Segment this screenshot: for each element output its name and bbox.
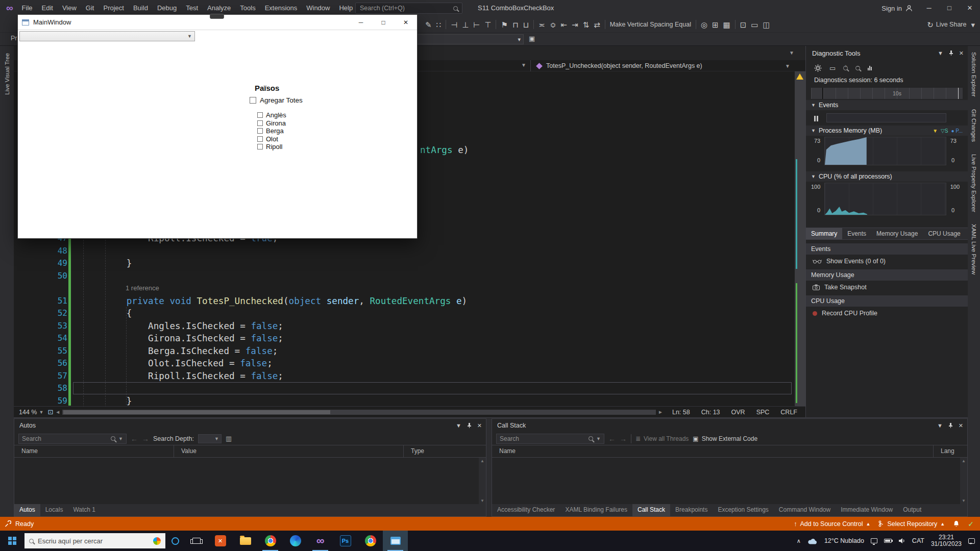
diag-tab-summary[interactable]: Summary xyxy=(806,228,842,239)
wpf-app-taskbar-button[interactable] xyxy=(383,531,408,551)
line-number[interactable]: 58 xyxy=(14,382,67,395)
autos-search-input[interactable]: Search ▼ xyxy=(18,434,127,444)
maximize-button[interactable]: □ xyxy=(372,15,395,30)
align-lefts-icon[interactable]: ⊣ xyxy=(451,21,457,29)
bottom-tab-accessibility-checker[interactable]: Accessibility Checker xyxy=(492,504,560,516)
clock[interactable]: 23:21 31/10/2023 xyxy=(931,534,962,548)
line-number[interactable]: 50 xyxy=(14,270,67,283)
codelens-references[interactable]: 1 reference xyxy=(126,282,159,294)
code-line-49[interactable]: 49 } xyxy=(14,257,795,270)
cpu-section-header[interactable]: ▼ CPU (% of all processors) xyxy=(806,171,968,182)
scroll-up-icon[interactable]: ▲ xyxy=(962,459,966,463)
timeline-icon[interactable]: ▭ xyxy=(829,64,836,72)
chevron-down-icon[interactable]: ▼ xyxy=(938,50,943,56)
distribute-right-icon[interactable]: ⇥ xyxy=(572,21,578,29)
diag-tab-memory-usage[interactable]: Memory Usage xyxy=(871,228,923,239)
input-language-label[interactable]: CAT xyxy=(912,537,924,544)
autos-tab-locals[interactable]: Locals xyxy=(40,504,68,516)
diag-tab-events[interactable]: Events xyxy=(842,228,871,239)
line-number[interactable]: 54 xyxy=(14,332,67,345)
bottom-tab-output[interactable]: Output xyxy=(898,504,926,516)
checkbox-ripoll[interactable] xyxy=(257,144,263,149)
cortana-icon[interactable] xyxy=(172,537,179,545)
record-cpu-profile-link[interactable]: Record CPU Profile xyxy=(806,307,968,320)
show-external-code-button[interactable]: ▣Show External Code xyxy=(693,435,757,442)
cpu-usage-chart[interactable] xyxy=(824,183,946,215)
select-repository-button[interactable]: Select Repository▲ xyxy=(878,520,945,528)
align-vertical-icon[interactable]: ≎ xyxy=(550,21,556,29)
checkbox-girona[interactable] xyxy=(257,120,263,126)
align-centers-icon[interactable]: ⊥ xyxy=(462,21,469,29)
task-view-icon[interactable] xyxy=(192,538,201,544)
zoom-in-icon[interactable] xyxy=(843,66,848,70)
taskbar-search-box[interactable]: Escriu aquí per cercar xyxy=(24,533,165,548)
scroll-left-icon[interactable]: ◄ xyxy=(55,409,60,415)
bottom-tab-exception-settings[interactable]: Exception Settings xyxy=(713,504,773,516)
scrollbar-thumb[interactable] xyxy=(63,410,330,414)
checkbox-row-girona[interactable]: Girona xyxy=(257,119,286,128)
bottom-tab-xaml-binding-failures[interactable]: XAML Binding Failures xyxy=(560,504,632,516)
checkbox-row-berga[interactable]: Berga xyxy=(257,127,286,135)
side-tab-live-visual-tree[interactable]: Live Visual Tree xyxy=(4,53,10,95)
line-indicator[interactable]: Ln: 58 xyxy=(672,409,690,416)
settings-gear-icon[interactable] xyxy=(814,64,822,72)
eol-indicator[interactable]: CRLF xyxy=(780,409,797,416)
photoshop-taskbar-button[interactable]: Ps xyxy=(333,531,358,551)
scroll-up-icon[interactable]: ▲ xyxy=(480,459,484,463)
battery-icon[interactable] xyxy=(884,539,892,543)
column-indicator[interactable]: Ch: 13 xyxy=(701,409,720,416)
checkbox-row-ripoll[interactable]: Ripoll xyxy=(257,143,286,151)
zoom-selector[interactable]: 144 %▼ xyxy=(19,409,43,416)
line-number[interactable]: 48 xyxy=(14,245,67,258)
navigate-back-icon[interactable]: ← xyxy=(131,435,138,443)
make-vertical-spacing-equal-label[interactable]: Make Vertical Spacing Equal xyxy=(610,21,691,28)
code-line-53[interactable]: 53 Angles.IsChecked = false; xyxy=(14,320,795,333)
background-tasks-icon[interactable] xyxy=(4,520,11,528)
code-line-57[interactable]: 57 Ripoll.IsChecked = false; xyxy=(14,370,795,383)
minimize-button[interactable]: ─ xyxy=(919,0,939,16)
line-number[interactable]: 49 xyxy=(14,257,67,270)
view-all-threads-button[interactable]: ≣View all Threads xyxy=(635,435,689,442)
close-icon[interactable]: ✕ xyxy=(477,422,482,429)
autos-column-name[interactable]: Name xyxy=(14,445,174,457)
sign-in-button[interactable]: Sign in xyxy=(881,0,913,16)
process-legend-icon[interactable]: ● P... xyxy=(951,128,963,134)
pin-icon[interactable] xyxy=(948,422,953,429)
diag-tab-cpu-usage[interactable]: CPU Usage xyxy=(923,228,965,239)
reset-view-icon[interactable] xyxy=(868,66,872,70)
code-line-58[interactable]: 58 xyxy=(14,382,795,395)
events-section-header[interactable]: ▼ Events xyxy=(806,100,968,110)
volume-icon[interactable] xyxy=(898,538,905,544)
callstack-column-lang[interactable]: Lang xyxy=(934,445,967,457)
stack-frame-icon[interactable]: ▣ xyxy=(529,35,535,42)
zoom-icon[interactable]: ◎ xyxy=(701,21,707,29)
overwrite-indicator[interactable]: OVR xyxy=(731,409,745,416)
bottom-tab-breakpoints[interactable]: Breakpoints xyxy=(670,504,713,516)
chrome-taskbar-button[interactable] xyxy=(258,531,283,551)
minimize-button[interactable]: ─ xyxy=(350,15,372,30)
bottom-tab-call-stack[interactable]: Call Stack xyxy=(632,504,670,516)
network-display-icon[interactable] xyxy=(871,538,877,543)
margins-icon[interactable]: ⊔ xyxy=(523,21,529,29)
navigate-forward-icon[interactable]: → xyxy=(142,435,149,443)
pin-icon[interactable] xyxy=(467,422,472,429)
side-tab-solution-explorer[interactable]: Solution Explorer xyxy=(971,52,977,97)
live-share-button[interactable]: ↻Live Share xyxy=(927,21,966,29)
scroll-down-icon[interactable]: ▼ xyxy=(962,498,966,503)
autos-column-value[interactable]: Value xyxy=(174,445,404,457)
side-tab-xaml-live-preview[interactable]: XAML Live Preview xyxy=(971,224,977,274)
checkbox-row-agregar-totes[interactable]: Agregar Totes xyxy=(250,96,303,104)
memory-section-header[interactable]: ▼ Process Memory (MB) ▼ ▽S ● P... xyxy=(806,126,968,136)
call-stack-search-input[interactable]: Search ▼ xyxy=(496,434,604,444)
line-number[interactable]: 51 xyxy=(14,295,67,308)
navigate-forward-icon[interactable]: → xyxy=(620,435,627,443)
checkbox-agregar-totes[interactable] xyxy=(250,97,256,104)
panel-scrollbar[interactable]: ▲▼ xyxy=(479,458,486,504)
checkbox-berga[interactable] xyxy=(257,128,263,134)
chrome-2-taskbar-button[interactable] xyxy=(358,531,383,551)
spacing-vertical-icon[interactable]: ⇅ xyxy=(583,21,590,29)
visual-studio-taskbar-button[interactable]: ∞ xyxy=(308,531,333,551)
checkbox-olot[interactable] xyxy=(257,136,263,142)
member-dropdown[interactable]: TotesP_Unchecked(object sender, RoutedEv… xyxy=(531,60,790,71)
line-number[interactable]: 57 xyxy=(14,370,67,383)
